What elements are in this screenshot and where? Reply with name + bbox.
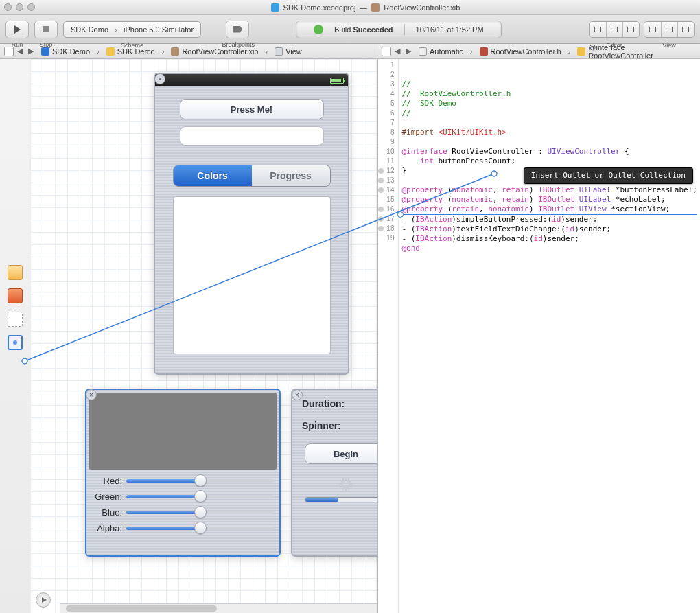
utilities-pane-icon [682,27,689,32]
red-slider[interactable] [126,474,274,487]
forward-button[interactable]: ▶ [26,47,36,56]
duration-label: Duration: [302,398,345,409]
minimize-window-icon[interactable] [16,3,23,11]
blue-slider[interactable] [126,506,274,518]
view-panels-segmented[interactable] [644,21,695,38]
assistant-editor: 12345678910111213141516171819 //// RootV… [377,59,700,613]
stop-icon [43,26,49,32]
insert-outlet-tooltip: Insert Outlet or Outlet Collection [524,167,693,184]
section-container-view[interactable] [173,196,331,354]
first-responder-icon[interactable] [8,288,23,303]
toolbar: Run Stop SDK Demo › iPhone 5.0 Simulator… [0,15,700,44]
breakpoints-label: Breakpoints [218,41,259,48]
source-code[interactable]: //// RootViewController.h// SDK Demo// #… [399,59,700,613]
version-editor-button[interactable] [622,22,639,37]
scheme-label: Scheme [63,42,201,49]
progress-bar [305,497,377,502]
progress-view[interactable]: × Duration:1 Spinner: Begin [291,389,377,557]
assistant-editor-button[interactable] [606,22,622,37]
canvas-horizontal-scrollbar[interactable] [60,603,377,613]
alpha-label: Alpha: [92,523,122,533]
color-swatch [89,393,277,470]
press-me-button[interactable]: Press Me! [180,99,324,119]
breakpoints-button[interactable] [226,21,249,38]
document-outline [0,59,30,613]
standard-editor-icon [594,27,601,32]
simulate-document-button[interactable] [36,592,51,608]
activity-indicator-icon [338,476,353,491]
activity-prefix: Build [334,25,351,34]
crumb-mode[interactable]: Automatic [430,47,463,56]
project-icon [41,47,49,56]
view-object-1[interactable] [8,312,23,327]
play-icon [14,25,21,34]
close-window-icon[interactable] [4,3,12,11]
root-view[interactable]: × Press Me! Colors Progress [154,73,349,375]
connection-origin-dot [13,340,17,345]
chevron-right-icon: › [113,25,119,34]
zoom-window-icon[interactable] [27,3,35,11]
spinner-label: Spinner: [302,420,341,431]
header-file-icon [480,47,488,56]
title-file: RootViewController.xib [384,3,460,12]
segment-progress[interactable]: Progress [252,165,330,186]
navigator-pane-icon [649,27,656,32]
toggle-debug-button[interactable] [661,22,677,37]
activity-status: Succeeded [353,25,393,34]
view-label: View [644,42,695,49]
stop-button[interactable] [34,21,58,38]
scheme-target: SDK Demo [71,25,108,34]
crumb-file[interactable]: RootViewController.h [491,47,561,56]
blue-label: Blue: [92,507,122,518]
debug-pane-icon [666,27,673,32]
begin-button[interactable]: Begin [305,443,377,464]
section-segmented-control[interactable]: Colors Progress [173,165,331,187]
back-button[interactable]: ◀ [15,47,25,56]
stop-label: Stop [34,41,58,48]
success-icon [314,25,323,34]
xib-icon [371,3,380,12]
green-slider[interactable] [126,490,274,502]
run-button[interactable] [5,21,29,38]
scheme-selector[interactable]: SDK Demo › iPhone 5.0 Simulator [63,21,201,38]
ib-canvas[interactable]: × Press Me! Colors Progress × Red: Green… [30,59,377,613]
counterparts-icon[interactable] [382,47,391,56]
version-editor-icon [627,27,634,32]
colors-view[interactable]: × Red: Green: Blue: Alpha: [85,389,281,557]
back-button-right[interactable]: ◀ [393,47,402,56]
xcodeproj-icon [271,3,279,12]
forward-button-right[interactable]: ▶ [404,47,413,56]
traffic-lights[interactable] [4,3,35,11]
close-view-icon[interactable]: × [292,389,303,400]
run-label: Run [5,41,29,48]
line-gutter[interactable]: 12345678910111213141516171819 [378,59,399,613]
toggle-utilities-button[interactable] [677,22,694,37]
title-sep: — [360,3,367,12]
title-project: SDK Demo.xcodeproj [283,3,356,12]
toggle-navigator-button[interactable] [644,22,661,37]
editor-mode-segmented[interactable] [589,21,640,38]
activity-viewer: Build Succeeded 10/16/11 at 1:52 PM [296,21,502,38]
window-titlebar: SDK Demo.xcodeproj — RootViewController.… [0,0,700,15]
segment-colors[interactable]: Colors [174,165,252,186]
breakpoint-icon [233,26,242,33]
crumb-3[interactable]: View [285,47,302,56]
scheme-destination: iPhone 5.0 Simulator [124,25,194,34]
automatic-icon [419,47,427,56]
alpha-slider[interactable] [126,522,274,534]
text-field[interactable] [180,126,324,146]
standard-editor-button[interactable] [590,22,606,37]
related-items-icon[interactable] [4,47,14,56]
red-label: Red: [92,476,122,486]
close-view-icon[interactable]: × [86,389,97,400]
files-owner-icon[interactable] [8,265,23,280]
view-object-icon [275,47,283,56]
editor-label: Editor [589,42,640,49]
green-label: Green: [92,491,122,502]
assistant-editor-icon [611,27,618,32]
status-bar [155,74,348,86]
battery-icon [330,78,344,84]
view-object-selected[interactable] [8,335,23,350]
close-view-icon[interactable]: × [154,73,165,84]
interface-symbol-icon [577,47,585,56]
